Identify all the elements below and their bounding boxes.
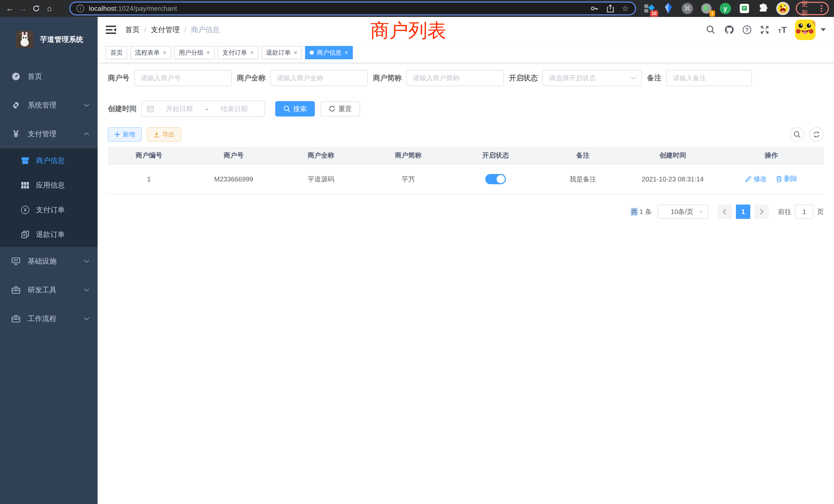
user-avatar[interactable] bbox=[795, 20, 815, 40]
page-size-select[interactable]: 10条/页 bbox=[658, 205, 708, 219]
next-page-button[interactable] bbox=[754, 205, 769, 219]
browser-menu-dots-icon[interactable] bbox=[821, 8, 822, 9]
caret-down-icon[interactable] bbox=[821, 28, 826, 31]
remark-label: 备注 bbox=[647, 73, 661, 83]
github-icon[interactable] bbox=[724, 25, 734, 35]
col-merchant-no: 商户号 bbox=[190, 147, 277, 164]
browser-chrome: ← → ⌂ i localhost:1024/pay/merchant bbox=[0, 0, 834, 17]
sidebar-item-refund-order[interactable]: 退款订单 bbox=[0, 222, 97, 247]
sidebar-item-pay[interactable]: ¥ 支付管理 bbox=[0, 120, 97, 148]
browser-update-button[interactable]: 更新 bbox=[796, 2, 829, 15]
full-name-input[interactable] bbox=[270, 70, 368, 86]
gear-icon bbox=[11, 101, 21, 110]
chevron-down-icon bbox=[84, 317, 89, 321]
share-icon[interactable] bbox=[607, 4, 614, 13]
extensions-row: 10 ⌘ 1 y bbox=[643, 2, 790, 15]
page-1-button[interactable]: 1 bbox=[736, 205, 750, 219]
browser-back-button[interactable]: ← bbox=[3, 2, 17, 15]
tab-refund-order[interactable]: 退款订单 × bbox=[261, 46, 302, 59]
tab-user-group[interactable]: 用户分组 × bbox=[174, 46, 215, 59]
active-tab-dot bbox=[310, 50, 314, 55]
close-icon[interactable]: × bbox=[163, 49, 167, 56]
date-range-picker[interactable]: 开始日期 - 结束日期 bbox=[141, 100, 265, 117]
remark-input[interactable] bbox=[666, 70, 752, 86]
filter-full-name: 商户全称 bbox=[237, 70, 368, 86]
close-icon[interactable]: × bbox=[345, 49, 348, 56]
filter-row-1: 商户号 商户全称 商户简称 开启状态 请选择开启状态 bbox=[108, 70, 824, 86]
export-button[interactable]: 导出 bbox=[147, 127, 181, 142]
app-logo[interactable]: 芋道管理系统 bbox=[0, 17, 97, 62]
extension-command-icon[interactable]: ⌘ bbox=[681, 2, 694, 15]
yen-icon: ¥ bbox=[11, 129, 21, 140]
short-name-input[interactable] bbox=[406, 70, 504, 86]
url-bar[interactable]: i localhost:1024/pay/merchant ☆ bbox=[69, 2, 636, 16]
table-row: 1 M233666999 芋道源码 芋艿 我是备注 2021-10-23 08:… bbox=[108, 164, 824, 194]
tab-home[interactable]: 首页 bbox=[106, 46, 127, 59]
sidebar-item-app-info[interactable]: 应用信息 bbox=[0, 173, 97, 198]
status-toggle[interactable] bbox=[485, 174, 506, 184]
sidebar-item-workflow[interactable]: 工作流程 bbox=[0, 304, 97, 333]
browser-forward-button[interactable]: → bbox=[17, 2, 30, 15]
sidebar-item-home[interactable]: 首页 bbox=[0, 62, 97, 91]
show-search-button[interactable] bbox=[790, 127, 804, 142]
sidebar-item-merchant-info[interactable]: 商户信息 bbox=[0, 148, 97, 173]
chevron-down-icon bbox=[84, 288, 89, 292]
calendar-icon bbox=[147, 105, 154, 112]
sidebar-item-dev-tools[interactable]: 研发工具 bbox=[0, 276, 97, 304]
goto-page-input[interactable] bbox=[795, 205, 813, 219]
extension-y-icon[interactable]: y bbox=[719, 2, 731, 15]
selected-text: 共 bbox=[631, 208, 638, 215]
search-button[interactable]: 搜索 bbox=[275, 101, 315, 116]
browser-profile-avatar[interactable] bbox=[776, 2, 790, 15]
extension-vue-devtools-icon[interactable]: 10 bbox=[643, 2, 656, 15]
start-date-placeholder: 开始日期 bbox=[154, 105, 205, 113]
chevron-up-icon bbox=[84, 132, 89, 136]
extensions-puzzle-icon[interactable] bbox=[757, 2, 770, 15]
help-icon[interactable]: ? bbox=[743, 25, 751, 34]
delete-button[interactable]: 删除 bbox=[776, 174, 797, 183]
search-icon[interactable] bbox=[706, 25, 716, 35]
plus-icon bbox=[114, 132, 120, 137]
edit-button[interactable]: 修改 bbox=[745, 175, 767, 183]
tab-process-form[interactable]: 流程表单 × bbox=[130, 46, 171, 59]
close-icon[interactable]: × bbox=[250, 49, 254, 56]
main-panel: 首页 / 支付管理 / 商户信息 ? bbox=[97, 17, 834, 504]
short-name-label: 商户简称 bbox=[373, 73, 401, 83]
sidebar-item-pay-order[interactable]: ¥ 支付订单 bbox=[0, 198, 97, 222]
extension-recorder-icon[interactable]: 1 bbox=[700, 2, 712, 15]
bookmark-star-icon[interactable]: ☆ bbox=[622, 5, 629, 12]
download-icon bbox=[154, 131, 160, 138]
browser-reload-button[interactable] bbox=[29, 2, 43, 15]
cell-actions: 修改 删除 bbox=[719, 164, 824, 194]
site-info-icon[interactable]: i bbox=[76, 5, 84, 12]
close-icon[interactable]: × bbox=[206, 49, 210, 56]
prev-page-button[interactable] bbox=[718, 205, 732, 219]
tab-pay-order[interactable]: 支付订单 × bbox=[218, 46, 258, 59]
close-icon[interactable]: × bbox=[294, 49, 297, 56]
font-size-icon[interactable]: TT bbox=[778, 25, 787, 34]
monitor-icon bbox=[11, 257, 21, 265]
breadcrumb-pay[interactable]: 支付管理 bbox=[151, 25, 180, 35]
sidebar-item-label: 首页 bbox=[28, 72, 42, 81]
tab-merchant-info[interactable]: 商户信息 × bbox=[305, 46, 353, 59]
password-key-icon[interactable] bbox=[590, 4, 599, 13]
sidebar-submenu-pay: 商户信息 应用信息 ¥ 支付订单 bbox=[0, 148, 97, 247]
sidebar-item-infra[interactable]: 基础设施 bbox=[0, 247, 97, 276]
add-button[interactable]: 新增 bbox=[108, 127, 142, 142]
grid-icon bbox=[21, 182, 30, 189]
range-separator: - bbox=[205, 105, 209, 113]
breadcrumb-home[interactable]: 首页 bbox=[125, 25, 140, 35]
fullscreen-icon[interactable] bbox=[760, 25, 770, 35]
status-select[interactable]: 请选择开启状态 bbox=[542, 70, 642, 86]
extension-kite-icon[interactable] bbox=[662, 2, 675, 15]
extension-notes-icon[interactable] bbox=[738, 2, 750, 15]
sidebar-item-system[interactable]: 系统管理 bbox=[0, 91, 97, 120]
reset-button[interactable]: 重置 bbox=[321, 101, 360, 116]
sidebar-item-label: 退款订单 bbox=[36, 230, 65, 239]
browser-home-button[interactable]: ⌂ bbox=[43, 2, 56, 15]
refresh-table-button[interactable] bbox=[809, 127, 824, 142]
sidebar-collapse-icon[interactable] bbox=[106, 24, 117, 36]
reload-icon bbox=[32, 5, 40, 12]
breadcrumb-current: 商户信息 bbox=[191, 25, 220, 35]
merchant-no-input[interactable] bbox=[134, 70, 232, 86]
